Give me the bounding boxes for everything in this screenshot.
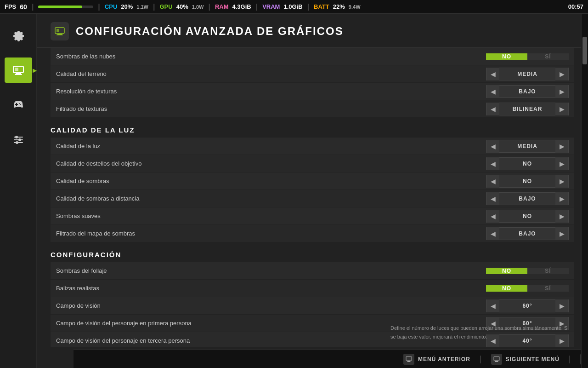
sidebar-item-controller[interactable] <box>5 92 32 117</box>
page-header: CONFIGURACIÓN AVANZADA DE GRÁFICOS <box>37 14 588 48</box>
selector-calidad-destellos[interactable]: ◀ NO ▶ <box>486 157 569 170</box>
next-filtrado-texturas[interactable]: ▶ <box>555 103 568 115</box>
main-panel: CONFIGURACIÓN AVANZADA DE GRÁFICOS Sombr… <box>37 14 588 368</box>
value-filtrado-mapa-sombras: BAJO <box>499 230 555 237</box>
graphics-icon <box>11 63 26 78</box>
luz-settings-group: Calidad de la luz ◀ MEDIA ▶ Calidad de d… <box>51 138 574 242</box>
selector-sombras-suaves[interactable]: ◀ NO ▶ <box>486 210 569 223</box>
label-filtrado-texturas: Filtrado de texturas <box>56 105 107 112</box>
menu-anterior-button[interactable]: MENÚ ANTERIOR <box>403 354 470 365</box>
prev-filtrado-texturas[interactable]: ◀ <box>486 103 499 115</box>
scroll-thumb[interactable] <box>582 37 587 64</box>
next-calidad-sombras[interactable]: ▶ <box>555 175 568 188</box>
prev-campo-vision[interactable]: ◀ <box>486 299 499 312</box>
row-sombras-nubes: Sombras de las nubes NO SÍ <box>51 48 574 65</box>
selector-filtrado-texturas[interactable]: ◀ BILINEAR ▶ <box>486 103 569 115</box>
toggle-si-balizas-realistas[interactable]: SÍ <box>527 285 569 292</box>
selector-calidad-sombras[interactable]: ◀ NO ▶ <box>486 175 569 188</box>
control-calidad-terreno: ◀ MEDIA ▶ <box>486 68 569 80</box>
row-sombras-suaves: Sombras suaves ◀ NO ▶ <box>51 207 574 225</box>
svg-point-7 <box>15 136 18 138</box>
next-calidad-terreno[interactable]: ▶ <box>555 68 568 80</box>
bottom-sep1: | <box>480 354 482 364</box>
next-calidad-destellos[interactable]: ▶ <box>555 157 568 170</box>
svg-rect-3 <box>15 68 18 71</box>
next-resolucion-texturas[interactable]: ▶ <box>555 85 568 98</box>
toggle-balizas-realistas[interactable]: NO SÍ <box>486 282 569 295</box>
toggle-sombras-follaje[interactable]: NO SÍ <box>486 264 569 277</box>
prev-calidad-sombras[interactable]: ◀ <box>486 175 499 188</box>
cpu-pct: 20% <box>121 3 133 10</box>
value-calidad-sombras: NO <box>499 178 555 184</box>
toggle-no-sombras-nubes[interactable]: NO <box>486 53 527 60</box>
selector-filtrado-mapa-sombras[interactable]: ◀ BAJO ▶ <box>486 227 569 240</box>
siguiente-menu-button[interactable]: SIGUIENTE MENÚ <box>491 354 560 365</box>
toggle-sombras-nubes[interactable]: NO SÍ <box>486 50 569 63</box>
row-calidad-sombras: Calidad de sombras ◀ NO ▶ <box>51 172 574 190</box>
next-sombras-suaves[interactable]: ▶ <box>555 210 568 223</box>
label-campo-vision: Campo de visión <box>56 302 101 309</box>
label-calidad-destellos: Calidad de destellos del objetivo <box>56 160 141 167</box>
toggle-no-sombras-follaje[interactable]: NO <box>486 268 527 274</box>
row-calidad-destellos: Calidad de destellos del objetivo ◀ NO ▶ <box>51 155 574 172</box>
gpu-label: GPU <box>160 3 173 10</box>
svg-point-8 <box>18 138 21 141</box>
row-campo-vision: Campo de visión ◀ 60° ▶ <box>51 297 574 315</box>
label-calidad-sombras: Calidad de sombras <box>56 178 109 184</box>
next-calidad-sombras-distancia[interactable]: ▶ <box>555 192 568 205</box>
sidebar-item-settings[interactable] <box>5 23 32 48</box>
label-calidad-sombras-distancia: Calidad de sombras a distancia <box>56 195 139 202</box>
bottom-bar: MENÚ ANTERIOR | SIGUIENTE MENÚ | B ATRÁS <box>74 350 588 368</box>
next-campo-vision[interactable]: ▶ <box>555 299 568 312</box>
content-area[interactable]: Sombras de las nubes NO SÍ Calidad del t… <box>37 48 588 347</box>
prev-sombras-suaves[interactable]: ◀ <box>486 210 499 223</box>
toggle-si-sombras-nubes[interactable]: SÍ <box>527 53 569 60</box>
cpu-label: CPU <box>105 3 117 10</box>
prev-filtrado-mapa-sombras[interactable]: ◀ <box>486 227 499 240</box>
row-filtrado-texturas: Filtrado de texturas ◀ BILINEAR ▶ <box>51 100 574 118</box>
label-calidad-terreno: Calidad del terreno <box>56 70 107 77</box>
value-calidad-terreno: MEDIA <box>499 71 555 77</box>
prev-calidad-terreno[interactable]: ◀ <box>486 68 499 80</box>
sep4: | <box>208 3 210 11</box>
selector-campo-vision[interactable]: ◀ 60° ▶ <box>486 299 569 312</box>
value-calidad-destellos: NO <box>499 161 555 167</box>
tooltip-text: Define el número de luces que pueden arr… <box>390 325 569 339</box>
value-campo-vision: 60° <box>499 303 555 309</box>
prev-calidad-sombras-distancia[interactable]: ◀ <box>486 192 499 205</box>
svg-point-9 <box>16 141 18 144</box>
menu-anterior-label: MENÚ ANTERIOR <box>418 356 470 362</box>
next-filtrado-mapa-sombras[interactable]: ▶ <box>555 227 568 240</box>
svg-rect-12 <box>57 34 63 35</box>
label-sombras-nubes: Sombras de las nubes <box>56 53 115 60</box>
toggle-no-balizas-realistas[interactable]: NO <box>486 285 527 292</box>
fps-bar <box>38 6 93 8</box>
prev-calidad-destellos[interactable]: ◀ <box>486 157 499 170</box>
row-filtrado-mapa-sombras: Filtrado del mapa de sombras ◀ BAJO ▶ <box>51 225 574 242</box>
batt-watt: 9.4W <box>349 4 361 10</box>
sidebar-item-sliders[interactable] <box>5 126 32 152</box>
sidebar-item-graphics[interactable] <box>5 58 32 83</box>
toggle-si-sombras-follaje[interactable]: SÍ <box>527 268 569 274</box>
prev-calidad-luz[interactable]: ◀ <box>486 140 499 153</box>
svg-rect-13 <box>57 29 59 32</box>
top-bar: FPS 60 | | CPU 20% 1.1W | GPU 40% 1.0W |… <box>0 0 588 14</box>
label-calidad-luz: Calidad de la luz <box>56 143 100 150</box>
selector-calidad-sombras-distancia[interactable]: ◀ BAJO ▶ <box>486 192 569 205</box>
vram-val: 1.0GiB <box>283 3 302 10</box>
value-calidad-sombras-distancia: BAJO <box>499 196 555 202</box>
gpu-watt: 1.0W <box>192 4 204 10</box>
next-calidad-luz[interactable]: ▶ <box>555 140 568 153</box>
gear-icon <box>11 29 26 43</box>
control-resolucion-texturas: ◀ BAJO ▶ <box>486 85 569 98</box>
value-calidad-luz: MEDIA <box>499 143 555 150</box>
selector-resolucion-texturas[interactable]: ◀ BAJO ▶ <box>486 85 569 98</box>
ram-label: RAM <box>215 3 229 10</box>
controller-icon <box>11 98 26 112</box>
row-balizas-realistas: Balizas realistas NO SÍ <box>51 280 574 297</box>
right-scrollbar[interactable] <box>581 14 588 368</box>
selector-calidad-luz[interactable]: ◀ MEDIA ▶ <box>486 140 569 153</box>
sidebar <box>0 14 37 368</box>
prev-resolucion-texturas[interactable]: ◀ <box>486 85 499 98</box>
selector-calidad-terreno[interactable]: ◀ MEDIA ▶ <box>486 68 569 80</box>
